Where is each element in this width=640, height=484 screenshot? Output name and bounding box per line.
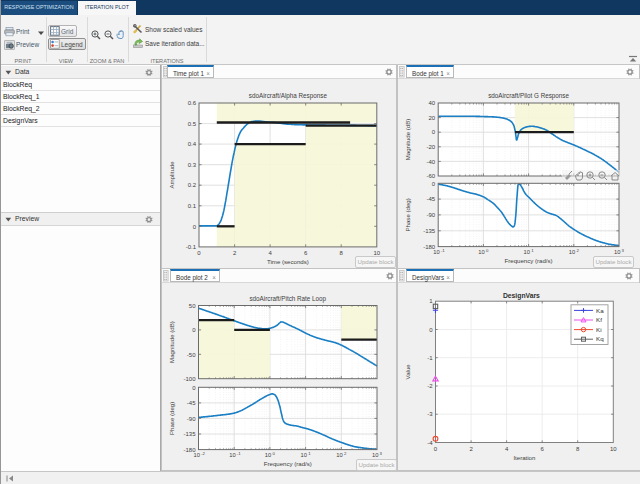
svg-text:Iteration: Iteration [513,454,535,461]
svg-text:Ki: Ki [596,326,602,333]
svg-text:0.1: 0.1 [188,203,197,209]
svg-text:-0.1: -0.1 [186,244,197,250]
svg-text:-100: -100 [183,376,196,382]
svg-text:20: 20 [429,115,436,121]
svg-text:10: 10 [336,452,342,458]
svg-text:Kq: Kq [596,335,604,342]
svg-text:10: 10 [193,452,199,458]
svg-text:Amplitude: Amplitude [168,161,175,189]
svg-text:-4: -4 [427,440,433,446]
svg-text:0.3: 0.3 [188,162,197,168]
svg-text:-3: -3 [427,411,433,417]
svg-text:-90: -90 [427,212,436,218]
svg-text:0.5: 0.5 [188,121,197,127]
svg-text:10: 10 [478,249,484,255]
svg-text:10: 10 [372,452,378,458]
svg-text:10: 10 [524,249,530,255]
svg-text:10: 10 [229,452,235,458]
svg-text:-135: -135 [423,228,436,234]
svg-text:0.4: 0.4 [188,141,197,147]
svg-text:-20: -20 [427,144,436,150]
svg-text:0.6: 0.6 [188,100,197,106]
svg-text:Frequency (rad/s): Frequency (rad/s) [505,257,553,264]
svg-text:-1: -1 [427,355,433,361]
svg-text:Kf: Kf [596,316,602,323]
svg-text:-1: -1 [441,248,445,253]
svg-text:-135: -135 [183,431,196,437]
svg-text:-60: -60 [427,173,436,179]
svg-text:10: 10 [265,452,271,458]
svg-text:sdoAircraft/Pitch Rate Loop: sdoAircraft/Pitch Rate Loop [249,295,326,303]
svg-text:-50: -50 [187,352,196,358]
svg-text:40: 40 [429,100,436,106]
svg-text:0.2: 0.2 [188,182,197,188]
svg-text:Magnitude (dB): Magnitude (dB) [404,119,411,161]
svg-text:-45: -45 [427,196,436,202]
svg-text:-45: -45 [187,400,196,406]
svg-text:Frequency (rad/s): Frequency (rad/s) [264,460,312,467]
svg-text:10: 10 [569,249,575,255]
svg-text:-90: -90 [187,416,196,422]
svg-text:-40: -40 [427,159,436,165]
svg-text:10: 10 [301,452,307,458]
svg-text:Value: Value [404,364,411,380]
svg-text:Phase (deg): Phase (deg) [404,198,411,231]
svg-text:-2: -2 [427,383,433,389]
svg-text:DesignVars: DesignVars [503,292,540,300]
svg-text:Phase (deg): Phase (deg) [168,402,175,435]
svg-text:Time (seconds): Time (seconds) [267,258,309,265]
svg-text:10: 10 [614,249,620,255]
svg-text:sdoAircraft/Pilot G Response: sdoAircraft/Pilot G Response [488,92,569,100]
svg-text:-1: -1 [237,451,241,456]
svg-text:Magnitude (dB): Magnitude (dB) [168,321,175,363]
svg-text:sdoAircraft/Alpha Response: sdoAircraft/Alpha Response [249,92,328,100]
svg-text:-2: -2 [201,451,205,456]
svg-text:Ka: Ka [596,307,604,314]
svg-text:10: 10 [610,446,617,452]
svg-text:50: 50 [189,303,196,309]
svg-text:10: 10 [433,249,439,255]
